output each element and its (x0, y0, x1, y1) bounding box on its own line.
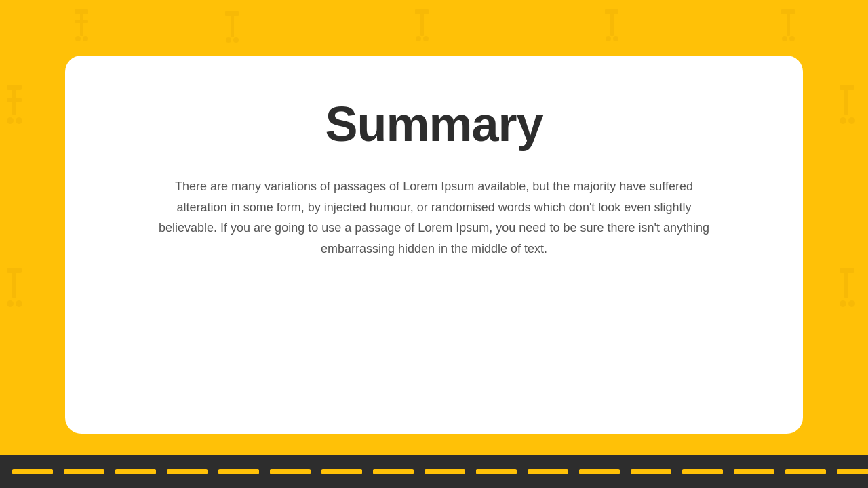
svg-rect-27 (7, 268, 22, 273)
road-dash (218, 469, 259, 474)
svg-rect-6 (75, 9, 88, 14)
svg-rect-10 (231, 14, 234, 37)
svg-point-8 (75, 36, 81, 41)
svg-point-28 (7, 300, 14, 307)
road-dash (12, 469, 53, 474)
slide-title: Summary (325, 96, 542, 152)
svg-point-25 (789, 36, 795, 41)
svg-point-16 (416, 36, 421, 41)
svg-point-24 (782, 36, 787, 41)
svg-point-12 (226, 37, 231, 43)
svg-rect-30 (844, 88, 848, 115)
svg-rect-0 (12, 88, 16, 115)
road-dash (682, 469, 723, 474)
svg-point-13 (233, 37, 239, 43)
svg-rect-19 (605, 9, 618, 14)
svg-point-37 (848, 300, 855, 307)
svg-point-9 (83, 36, 88, 41)
svg-point-4 (16, 117, 22, 124)
content-card: Summary There are many variations of pas… (65, 56, 803, 434)
svg-point-29 (16, 300, 22, 307)
slide-body-text: There are many variations of passages of… (156, 176, 712, 259)
road-dash (64, 469, 104, 474)
svg-rect-23 (781, 9, 795, 14)
road-dash (270, 469, 311, 474)
road-dashes (0, 469, 868, 474)
slide-background: Summary There are many variations of pas… (0, 0, 868, 488)
svg-rect-35 (840, 268, 854, 273)
svg-rect-5 (80, 12, 83, 36)
svg-rect-14 (420, 12, 424, 36)
svg-point-32 (840, 117, 846, 124)
svg-point-17 (423, 36, 429, 41)
svg-rect-18 (610, 12, 614, 36)
road-strip (0, 455, 868, 488)
svg-point-33 (848, 117, 855, 124)
road-dash (167, 469, 208, 474)
road-dash (476, 469, 517, 474)
road-dash (631, 469, 671, 474)
road-dash (115, 469, 156, 474)
svg-point-3 (7, 117, 14, 124)
svg-rect-11 (225, 11, 239, 16)
road-dash (425, 469, 465, 474)
road-dash (734, 469, 774, 474)
svg-point-36 (840, 300, 846, 307)
road-dash (373, 469, 414, 474)
svg-rect-15 (415, 9, 429, 14)
svg-rect-1 (7, 85, 22, 90)
svg-point-21 (613, 36, 618, 41)
road-dash (579, 469, 620, 474)
road-dash (837, 469, 868, 474)
road-dash (528, 469, 568, 474)
road-dash (785, 469, 826, 474)
svg-rect-7 (75, 20, 88, 23)
road-dash (321, 469, 362, 474)
svg-rect-26 (12, 271, 16, 298)
svg-rect-22 (787, 12, 790, 36)
svg-rect-2 (7, 98, 22, 102)
svg-rect-34 (844, 271, 848, 298)
svg-rect-31 (840, 85, 854, 90)
svg-point-20 (606, 36, 611, 41)
